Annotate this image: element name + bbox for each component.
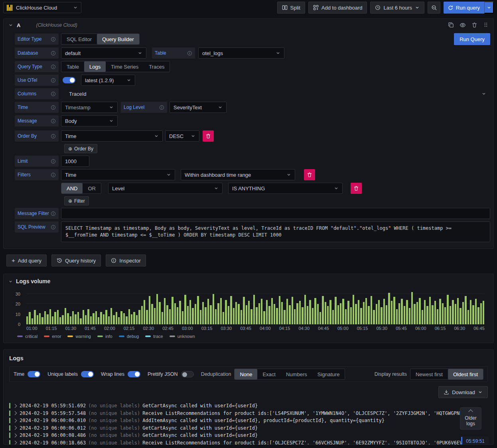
filter-operator-and[interactable]: AND (61, 183, 83, 193)
run-query-inline-button[interactable]: Run Query (454, 33, 490, 45)
dedup-numbers[interactable]: Numbers (281, 369, 312, 379)
query-type-logs[interactable]: Logs (84, 61, 106, 72)
info-icon[interactable] (51, 134, 56, 139)
volume-bar (460, 308, 461, 324)
dedup-exact[interactable]: Exact (257, 369, 281, 379)
split-button[interactable]: Split (277, 2, 305, 14)
message-filter-input[interactable] (61, 208, 490, 219)
order-by-field-select[interactable]: Time (61, 130, 163, 142)
log-row[interactable]: 2024-02-19 05:59:51.692 (no unique label… (9, 402, 488, 410)
hide-response-eye-icon[interactable] (460, 22, 466, 28)
columns-multiselect[interactable]: TraceId (61, 88, 490, 99)
wrap-lines-toggle[interactable] (128, 371, 140, 377)
volume-bar (447, 295, 448, 324)
filter-field-select[interactable]: Time (61, 169, 175, 180)
info-icon[interactable] (51, 51, 56, 56)
query-type-time-series[interactable]: Time Series (106, 61, 144, 72)
database-select[interactable]: default (61, 47, 146, 59)
legend-item-unknown[interactable]: unknown (170, 334, 195, 339)
inspector-button[interactable]: Inspector (106, 255, 146, 266)
info-icon[interactable] (187, 51, 192, 56)
duplicate-query-icon[interactable] (448, 22, 454, 28)
logs-volume-chart[interactable]: 3020100 (26, 291, 485, 324)
datasource-picker[interactable]: ClickHouse Cloud (3, 2, 81, 13)
expand-log-chevron-icon[interactable] (13, 418, 17, 422)
scroll-position-time[interactable]: 05:59:51 (461, 437, 489, 445)
log-row[interactable]: 2024-02-19 05:59:57.548 (no unique label… (9, 410, 488, 417)
drag-handle-icon[interactable] (483, 22, 489, 28)
time-toggle[interactable] (28, 371, 40, 377)
filter-condition-select[interactable]: Within dashboard time range (181, 169, 295, 180)
remove-query-trash-icon[interactable] (471, 22, 477, 28)
info-icon[interactable] (51, 105, 56, 110)
info-icon[interactable] (159, 105, 164, 110)
info-icon[interactable] (51, 118, 56, 124)
legend-item-trace[interactable]: trace (145, 334, 163, 339)
download-button[interactable]: Download (438, 386, 488, 398)
editor-type-query-builder[interactable]: Query Builder (97, 34, 139, 44)
dedup-signature[interactable]: Signature (312, 369, 345, 379)
order-by-direction-select[interactable]: DESC (165, 130, 199, 142)
expand-log-chevron-icon[interactable] (13, 433, 17, 437)
display-oldest-first[interactable]: Oldest first (448, 369, 483, 379)
older-logs-button[interactable]: Older logs (460, 407, 481, 430)
limit-label: Limit (15, 156, 59, 167)
log-row[interactable]: 2024-02-19 06:00:18.663 (no unique label… (9, 439, 488, 445)
expand-log-chevron-icon[interactable] (13, 404, 17, 408)
query-type-table[interactable]: Table (61, 61, 84, 72)
add-order-by-button[interactable]: ⊕ Order By (64, 144, 97, 153)
x-tick-label: 03:00 (182, 326, 193, 331)
log-level-select[interactable]: SeverityText (170, 102, 227, 113)
time-range-picker[interactable]: Last 6 hours (370, 2, 424, 14)
prettify-json-toggle[interactable] (181, 371, 194, 377)
expand-log-chevron-icon[interactable] (13, 426, 17, 430)
collapse-chevron-icon[interactable] (8, 23, 13, 28)
filter-operator-or[interactable]: OR (83, 183, 101, 193)
run-query-options-button[interactable] (484, 2, 494, 14)
info-icon[interactable] (51, 91, 56, 97)
remove-filter-button[interactable] (304, 169, 315, 180)
info-icon[interactable] (51, 172, 56, 178)
use-otel-toggle[interactable] (63, 77, 75, 83)
time-column-select[interactable]: Timestamp (61, 102, 118, 113)
add-query-button[interactable]: + Add query (6, 255, 47, 266)
query-history-button[interactable]: Query history (51, 255, 101, 266)
info-icon[interactable] (51, 225, 56, 230)
log-row[interactable]: 2024-02-19 06:00:06.012 (no unique label… (9, 424, 488, 432)
run-query-button[interactable]: Run query (444, 2, 484, 14)
unique-labels-toggle[interactable] (81, 371, 94, 377)
expand-log-chevron-icon[interactable] (13, 441, 17, 445)
add-to-dashboard-button[interactable]: Add to dashboard (308, 2, 367, 14)
message-column-select[interactable]: Body (61, 115, 118, 126)
info-icon[interactable] (51, 159, 56, 164)
remove-order-by-button[interactable] (203, 130, 214, 142)
table-select[interactable]: otel_logs (198, 47, 284, 59)
filter-level-select[interactable]: Level (108, 183, 223, 194)
editor-type-sql-editor[interactable]: SQL Editor (61, 34, 97, 44)
legend-item-critical[interactable]: critical (17, 334, 37, 339)
legend-item-info[interactable]: info (97, 334, 112, 339)
filter-operator-select[interactable]: IS ANYTHING (228, 183, 343, 194)
add-filter-button[interactable]: ⊕ Filter (64, 196, 89, 205)
info-icon[interactable] (51, 37, 56, 42)
query-type-traces[interactable]: Traces (144, 61, 170, 72)
logs-volume-header[interactable]: Logs volume (8, 278, 489, 284)
query-ref-id[interactable]: A (17, 22, 20, 28)
otel-version-select[interactable]: latest (1.2.9) (81, 75, 135, 86)
legend-item-warning[interactable]: warning (67, 334, 91, 339)
expand-log-chevron-icon[interactable] (13, 411, 17, 415)
chevron-down-icon (109, 118, 114, 123)
display-newest-first[interactable]: Newest first (410, 369, 448, 379)
info-icon[interactable] (51, 78, 56, 83)
remove-filter-row-button[interactable] (351, 183, 362, 194)
legend-item-debug[interactable]: debug (119, 334, 139, 339)
log-row[interactable]: 2024-02-19 06:00:06.010 (no unique label… (9, 417, 488, 424)
limit-input[interactable]: 1000 (61, 156, 89, 167)
log-row[interactable]: 2024-02-19 06:00:08.486 (no unique label… (9, 432, 488, 439)
info-icon[interactable] (51, 64, 56, 69)
info-icon[interactable] (51, 211, 56, 216)
zoom-out-button[interactable] (428, 2, 440, 14)
dedup-none[interactable]: None (235, 369, 257, 379)
legend-item-error[interactable]: error (44, 334, 61, 339)
sql-preview-code[interactable]: SELECT Timestamp as timestamp, Body as b… (61, 221, 490, 242)
